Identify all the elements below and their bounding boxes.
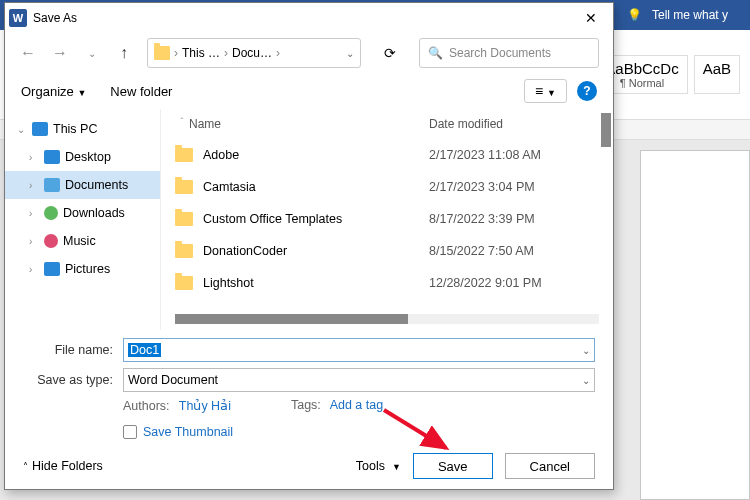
command-toolbar: Organize ▼ New folder ≡ ▼ ? (5, 73, 613, 109)
file-name: DonationCoder (203, 244, 429, 258)
tags-field[interactable]: Tags: Add a tag (291, 398, 383, 413)
word-icon: W (9, 9, 27, 27)
page (640, 150, 750, 500)
column-headers: ˆ Name Date modified (161, 109, 613, 139)
pc-icon (32, 122, 48, 136)
downloads-icon (44, 206, 58, 220)
search-icon: 🔍 (428, 46, 443, 60)
recent-drop-icon[interactable]: ⌄ (83, 48, 101, 59)
help-icon[interactable]: ? (577, 81, 597, 101)
sort-indicator-icon: ˆ (175, 117, 189, 131)
tree-this-pc[interactable]: ⌄ This PC (5, 115, 160, 143)
file-name: Camtasia (203, 180, 429, 194)
new-folder-button[interactable]: New folder (110, 84, 172, 99)
file-name: Custom Office Templates (203, 212, 429, 226)
tree-downloads[interactable]: › Downloads (5, 199, 160, 227)
folder-icon (175, 148, 193, 162)
checkbox-icon (123, 425, 137, 439)
file-date: 2/17/2023 3:04 PM (429, 180, 599, 194)
filetype-select[interactable]: Word Document ⌄ (123, 368, 595, 392)
file-list: ˆ Name Date modified Adobe2/17/2023 11:0… (160, 109, 613, 330)
file-name: Lightshot (203, 276, 429, 290)
save-thumbnail-checkbox[interactable]: Save Thumbnail (23, 425, 595, 439)
tree-documents[interactable]: › Documents (5, 171, 160, 199)
folder-icon (175, 276, 193, 290)
close-button[interactable]: ✕ (573, 3, 609, 33)
tools-menu[interactable]: Tools ▼ (356, 459, 401, 473)
refresh-button[interactable]: ⟳ (375, 45, 405, 61)
tree-pictures[interactable]: › Pictures (5, 255, 160, 283)
tree-music[interactable]: › Music (5, 227, 160, 255)
dialog-title: Save As (33, 11, 573, 25)
chevron-right-icon: › (224, 46, 228, 60)
table-row[interactable]: Lightshot12/28/2022 9:01 PM (161, 267, 613, 299)
chevron-down-icon[interactable]: ⌄ (17, 124, 27, 135)
search-input[interactable]: 🔍 Search Documents (419, 38, 599, 68)
authors-field[interactable]: Authors: Thủy Hải (123, 398, 231, 413)
folder-icon (175, 180, 193, 194)
chevron-right-icon: › (174, 46, 178, 60)
organize-menu[interactable]: Organize ▼ (21, 84, 86, 99)
music-icon (44, 234, 58, 248)
desktop-icon (44, 150, 60, 164)
chevron-right-icon[interactable]: › (29, 180, 39, 191)
chevron-down-icon[interactable]: ⌄ (582, 375, 590, 386)
style-other[interactable]: AaB (694, 55, 740, 94)
documents-icon (44, 178, 60, 192)
vertical-scrollbar[interactable] (601, 113, 611, 147)
save-button[interactable]: Save (413, 453, 493, 479)
folder-icon (175, 244, 193, 258)
table-row[interactable]: Adobe2/17/2023 11:08 AM (161, 139, 613, 171)
file-date: 2/17/2023 11:08 AM (429, 148, 599, 162)
table-row[interactable]: DonationCoder8/15/2022 7:50 AM (161, 235, 613, 267)
horizontal-scrollbar[interactable] (175, 314, 599, 324)
chevron-down-icon[interactable]: ⌄ (582, 345, 590, 356)
file-date: 12/28/2022 9:01 PM (429, 276, 599, 290)
back-button[interactable]: ← (19, 44, 37, 62)
pictures-icon (44, 262, 60, 276)
folder-icon (175, 212, 193, 226)
search-placeholder: Search Documents (449, 46, 551, 60)
folder-tree: ⌄ This PC › Desktop › Documents › Downlo… (5, 109, 160, 330)
filename-label: File name: (23, 343, 123, 357)
table-row[interactable]: Camtasia2/17/2023 3:04 PM (161, 171, 613, 203)
chevron-right-icon[interactable]: › (29, 152, 39, 163)
save-as-dialog: W Save As ✕ ← → ⌄ ↑ › This … › Docu… › ⌄… (4, 2, 614, 490)
file-date: 8/15/2022 7:50 AM (429, 244, 599, 258)
cancel-button[interactable]: Cancel (505, 453, 595, 479)
dialog-titlebar: W Save As ✕ (5, 3, 613, 33)
save-form: File name: Doc1 ⌄ Save as type: Word Doc… (5, 330, 613, 443)
hide-folders-toggle[interactable]: ˄ Hide Folders (23, 459, 103, 473)
filename-input[interactable]: Doc1 ⌄ (123, 338, 595, 362)
breadcrumb-path[interactable]: › This … › Docu… › ⌄ (147, 38, 361, 68)
chevron-right-icon[interactable]: › (29, 236, 39, 247)
col-date[interactable]: Date modified (429, 117, 599, 131)
up-button[interactable]: ↑ (115, 44, 133, 62)
chevron-right-icon: › (276, 46, 280, 60)
path-drop-icon[interactable]: ⌄ (346, 48, 354, 59)
folder-icon (154, 46, 170, 60)
view-toggle[interactable]: ≡ ▼ (524, 79, 567, 103)
breadcrumb-folder[interactable]: Docu… (232, 46, 272, 60)
col-name[interactable]: Name (189, 117, 429, 131)
dialog-footer: ˄ Hide Folders Tools ▼ Save Cancel (5, 443, 613, 489)
chevron-right-icon[interactable]: › (29, 208, 39, 219)
file-date: 8/17/2022 3:39 PM (429, 212, 599, 226)
forward-button[interactable]: → (51, 44, 69, 62)
table-row[interactable]: Custom Office Templates8/17/2022 3:39 PM (161, 203, 613, 235)
breadcrumb-root[interactable]: This … (182, 46, 220, 60)
tell-me-box[interactable]: 💡 Tell me what y (621, 8, 740, 22)
filetype-label: Save as type: (23, 373, 123, 387)
file-name: Adobe (203, 148, 429, 162)
chevron-right-icon[interactable]: › (29, 264, 39, 275)
chevron-up-icon: ˄ (23, 461, 28, 472)
nav-toolbar: ← → ⌄ ↑ › This … › Docu… › ⌄ ⟳ 🔍 Search … (5, 33, 613, 73)
tree-desktop[interactable]: › Desktop (5, 143, 160, 171)
